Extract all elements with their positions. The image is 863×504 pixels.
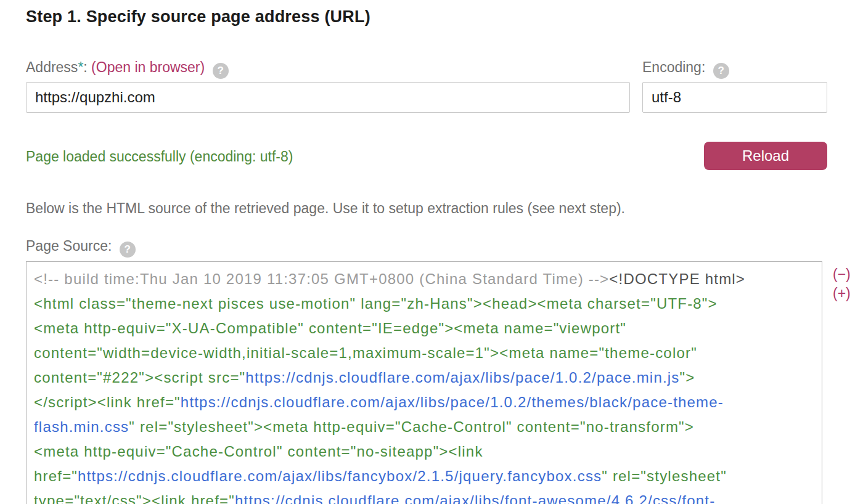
status-message: Page loaded successfully (encoding: utf-… bbox=[26, 148, 293, 165]
address-input[interactable] bbox=[26, 82, 630, 113]
source-line: flash.min.css" rel="stylesheet"><meta ht… bbox=[34, 415, 814, 439]
source-code: <!-- build time:Thu Jan 10 2019 11:37:05… bbox=[34, 267, 814, 504]
encoding-label-text: Encoding: bbox=[642, 59, 705, 75]
page-source-label-text: Page Source: bbox=[26, 238, 112, 254]
encoding-help-icon[interactable]: ? bbox=[713, 63, 729, 79]
source-line: href="https://cdnjs.cloudflare.com/ajax/… bbox=[34, 464, 814, 489]
increase-font-button[interactable]: (+) bbox=[833, 284, 851, 303]
source-line: </script><link href="https://cdnjs.cloud… bbox=[34, 390, 814, 415]
source-token-link: https://cdnjs.cloudflare.com/ajax/libs/p… bbox=[245, 369, 679, 386]
source-token-tag: <html class="theme-next pisces use-motio… bbox=[34, 295, 718, 312]
source-token-link: https://cdnjs.cloudflare.com/ajax/libs/f… bbox=[78, 468, 602, 484]
page-source-label: Page Source: ? bbox=[26, 238, 136, 258]
source-token-tag: href=" bbox=[34, 468, 78, 484]
address-label-text: Address bbox=[26, 59, 78, 75]
source-line: content="width=device-width,initial-scal… bbox=[34, 341, 814, 365]
source-token-tag: content="#222"><script src=" bbox=[34, 369, 245, 386]
source-token-tag: <meta http-equiv="Cache-Control" content… bbox=[34, 443, 483, 460]
source-token-tag: "> bbox=[680, 369, 695, 386]
source-token-doctype: <!DOCTYPE html> bbox=[609, 270, 745, 287]
source-token-link: https://cdnjs.cloudflare.com/ajax/libs/f… bbox=[235, 492, 715, 504]
source-token-link: https://cdnjs.cloudflare.com/ajax/libs/p… bbox=[181, 394, 724, 410]
source-line: <html class="theme-next pisces use-motio… bbox=[34, 291, 814, 316]
font-size-controls: (−) (+) bbox=[833, 265, 851, 303]
encoding-label: Encoding: ? bbox=[642, 59, 729, 79]
open-in-browser-link[interactable]: (Open in browser) bbox=[91, 59, 205, 75]
required-asterisk: * bbox=[78, 59, 83, 75]
source-token-tag: " rel="stylesheet" bbox=[602, 468, 727, 484]
address-help-icon[interactable]: ? bbox=[213, 63, 229, 79]
source-token-tag: </script><link href=" bbox=[34, 394, 181, 410]
source-token-tag: content="width=device-width,initial-scal… bbox=[34, 344, 697, 361]
description-text: Below is the HTML source of the retrieve… bbox=[26, 200, 625, 217]
source-token-tag: type="text/css"><link href=" bbox=[34, 492, 235, 504]
source-line: <!-- build time:Thu Jan 10 2019 11:37:05… bbox=[34, 267, 814, 291]
reload-button[interactable]: Reload bbox=[704, 142, 827, 170]
source-token-link: flash.min.css bbox=[34, 418, 129, 435]
source-token-comment: <!-- build time:Thu Jan 10 2019 11:37:05… bbox=[34, 270, 609, 287]
decrease-font-button[interactable]: (−) bbox=[833, 265, 851, 284]
address-label: Address*: (Open in browser) ? bbox=[26, 59, 229, 79]
source-token-tag: <meta http-equiv="X-UA-Compatible" conte… bbox=[34, 320, 626, 336]
address-label-colon: : bbox=[83, 59, 87, 75]
source-line: <meta http-equiv="X-UA-Compatible" conte… bbox=[34, 316, 814, 341]
source-line: type="text/css"><link href="https://cdnj… bbox=[34, 489, 814, 504]
page-source-editor[interactable]: <!-- build time:Thu Jan 10 2019 11:37:05… bbox=[26, 261, 822, 504]
source-token-tag: " rel="stylesheet"><meta http-equiv="Cac… bbox=[129, 418, 694, 435]
encoding-input[interactable] bbox=[642, 82, 827, 113]
page-title: Step 1. Specify source page address (URL… bbox=[26, 7, 370, 26]
source-line: <meta http-equiv="Cache-Control" content… bbox=[34, 439, 814, 464]
page-source-help-icon[interactable]: ? bbox=[120, 242, 136, 258]
source-line: content="#222"><script src="https://cdnj… bbox=[34, 365, 814, 390]
page: Step 1. Specify source page address (URL… bbox=[0, 0, 863, 504]
